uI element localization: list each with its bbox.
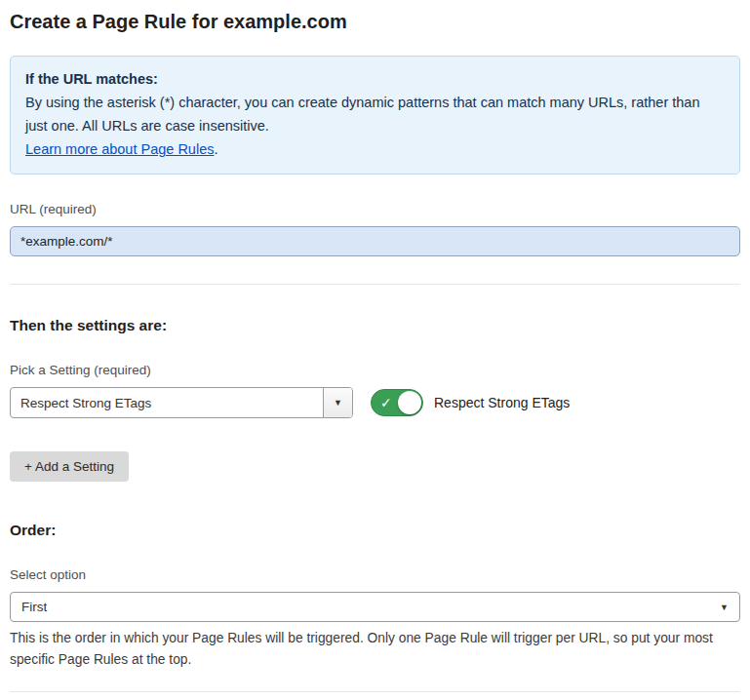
check-icon: ✓ bbox=[380, 396, 392, 409]
chevron-down-icon: ▼ bbox=[334, 398, 342, 408]
chevron-down-icon: ▼ bbox=[720, 603, 729, 612]
info-box-body: By using the asterisk (*) character, you… bbox=[25, 91, 725, 137]
divider-top bbox=[10, 284, 740, 285]
pick-setting-label: Pick a Setting (required) bbox=[10, 362, 740, 379]
toggle-knob bbox=[398, 391, 421, 414]
learn-more-link[interactable]: Learn more about Page Rules bbox=[25, 141, 214, 157]
order-help-text: This is the order in which your Page Rul… bbox=[10, 628, 736, 671]
add-setting-button[interactable]: + Add a Setting bbox=[10, 451, 129, 482]
divider-bottom bbox=[10, 691, 740, 692]
settings-section-heading: Then the settings are: bbox=[10, 316, 740, 335]
page-rule-form: Create a Page Rule for example.com If th… bbox=[0, 0, 750, 700]
url-field-label: URL (required) bbox=[10, 201, 740, 218]
respect-strong-etags-toggle[interactable]: ✓ bbox=[371, 389, 423, 416]
link-suffix: . bbox=[214, 141, 217, 157]
setting-select-value: Respect Strong ETags bbox=[11, 396, 323, 410]
setting-row: Respect Strong ETags ▼ ✓ Respect Strong … bbox=[10, 387, 740, 418]
order-select-value: First bbox=[21, 600, 720, 614]
url-match-info-box: If the URL matches: By using the asteris… bbox=[10, 56, 740, 175]
info-box-heading: If the URL matches: bbox=[25, 67, 725, 91]
order-select-label: Select option bbox=[10, 566, 740, 584]
setting-select-caret-button[interactable]: ▼ bbox=[323, 388, 352, 417]
order-select[interactable]: First ▼ bbox=[10, 592, 740, 622]
setting-select[interactable]: Respect Strong ETags ▼ bbox=[10, 387, 353, 418]
toggle-label: Respect Strong ETags bbox=[434, 395, 570, 410]
page-title: Create a Page Rule for example.com bbox=[10, 9, 740, 35]
info-link-line: Learn more about Page Rules. bbox=[25, 137, 725, 161]
order-section-heading: Order: bbox=[10, 521, 740, 540]
url-input[interactable] bbox=[10, 226, 740, 256]
